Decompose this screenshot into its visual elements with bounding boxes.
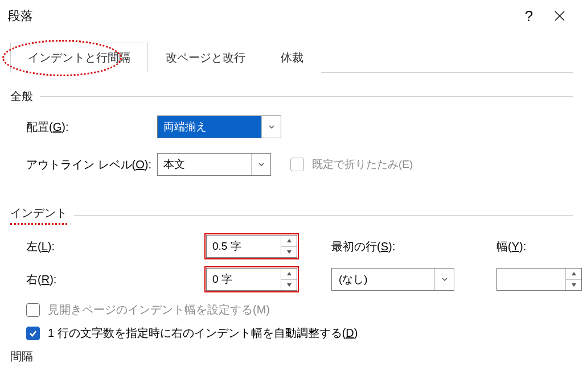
row-alignment: 配置(G): 両端揃え — [10, 114, 573, 139]
svg-marker-5 — [287, 283, 292, 287]
collapse-checkbox-group: 既定で折りたたみ(E) — [290, 157, 413, 172]
svg-marker-4 — [287, 272, 292, 275]
mirror-label: 見開きページのインデント幅を設定する(M) — [48, 302, 270, 317]
firstline-combo[interactable]: (なし) — [331, 268, 454, 291]
spinner-down-icon[interactable] — [281, 280, 297, 291]
alignment-combo[interactable]: 両端揃え — [157, 115, 281, 138]
help-button[interactable]: ? — [514, 5, 544, 27]
section-header-spacing: 間隔 — [10, 349, 573, 364]
dialog-title: 段落 — [8, 7, 514, 24]
alignment-label: 配置(G): — [26, 119, 157, 135]
tab-indent-spacing[interactable]: インデントと行間隔 — [10, 43, 148, 73]
collapse-checkbox — [290, 158, 304, 171]
outline-label: アウトライン レベル(O): — [26, 157, 157, 172]
mirror-checkbox[interactable] — [26, 303, 40, 317]
close-icon — [554, 10, 565, 22]
autoadjust-checkbox[interactable] — [26, 327, 40, 340]
firstline-label: 最初の行(S): — [331, 239, 479, 254]
spinner-up-icon[interactable] — [566, 269, 581, 280]
svg-marker-7 — [572, 283, 576, 287]
chevron-down-icon — [251, 154, 270, 175]
svg-marker-2 — [287, 239, 292, 242]
section-header-indent: インデント — [10, 205, 573, 225]
width-spinner[interactable] — [496, 268, 582, 291]
check-icon — [28, 329, 38, 338]
spinner-up-icon[interactable] — [281, 236, 297, 247]
spinner-up-icon[interactable] — [281, 269, 297, 280]
section-spacing: 間隔 — [10, 349, 573, 364]
tab-layout[interactable]: 体裁 — [263, 43, 321, 73]
indent-right-spinner[interactable]: 0 字 — [206, 268, 297, 291]
outline-combo[interactable]: 本文 — [157, 153, 271, 176]
svg-marker-3 — [287, 250, 292, 254]
chevron-down-icon — [434, 269, 454, 290]
indent-grid: 左(L): 0.5 字 最初の行(S): 幅(Y): 右(R): 0 字 — [10, 235, 573, 291]
tab-page-break[interactable]: 改ページと改行 — [148, 43, 263, 73]
indent-left-spinner[interactable]: 0.5 字 — [206, 235, 297, 258]
section-header-general: 全般 — [10, 89, 573, 104]
row-outline: アウトライン レベル(O): 本文 既定で折りたたみ(E) — [10, 152, 573, 177]
svg-marker-6 — [572, 272, 576, 275]
section-general: 全般 配置(G): 両端揃え アウトライン レベル(O): 本文 既定で折りたた… — [10, 89, 573, 177]
indent-right-label: 右(R): — [26, 272, 189, 287]
section-indent: インデント 左(L): 0.5 字 最初の行(S): 幅(Y): 右(R): 0… — [10, 205, 573, 341]
autoadjust-checkbox-row: 1 行の文字数を指定時に右のインデント幅を自動調整する(D) — [10, 325, 573, 341]
close-button[interactable] — [544, 5, 575, 27]
width-label: 幅(Y): — [496, 239, 582, 254]
tabs: インデントと行間隔 改ページと改行 体裁 — [10, 42, 573, 73]
spinner-down-icon[interactable] — [566, 280, 581, 291]
chevron-down-icon — [261, 116, 281, 138]
autoadjust-label: 1 行の文字数を指定時に右のインデント幅を自動調整する(D) — [48, 325, 358, 341]
collapse-label: 既定で折りたたみ(E) — [312, 157, 413, 172]
dialog-content: インデントと行間隔 改ページと改行 体裁 全般 配置(G): 両端揃え アウトラ… — [0, 42, 583, 364]
indent-left-label: 左(L): — [26, 239, 189, 254]
titlebar: 段落 ? — [0, 0, 583, 31]
spinner-down-icon[interactable] — [281, 247, 297, 258]
mirror-checkbox-row: 見開きページのインデント幅を設定する(M) — [10, 302, 573, 317]
